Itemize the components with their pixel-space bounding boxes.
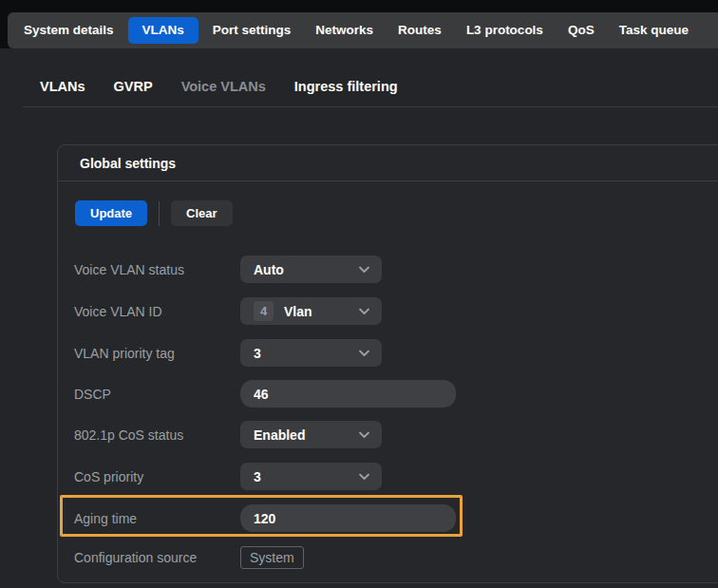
nav-item-networks[interactable]: Networks (303, 12, 386, 48)
cos-priority-select[interactable]: 3 (240, 463, 382, 490)
field-row-voice-vlan-id: Voice VLAN ID 4 Vlan (74, 297, 708, 325)
field-row-aging-time: Aging time (74, 504, 708, 532)
chevron-down-icon (359, 266, 369, 273)
field-label: Voice VLAN ID (74, 304, 240, 319)
clear-button[interactable]: Clear (171, 200, 233, 226)
cos-status-select[interactable]: Enabled (240, 421, 382, 448)
chevron-down-icon (359, 350, 369, 356)
field-label: VLAN priority tag (74, 346, 240, 361)
subtab-vlans[interactable]: VLANs (40, 79, 85, 94)
field-label: DSCP (74, 387, 240, 402)
vlan-id-badge: 4 (254, 301, 274, 321)
chevron-down-icon (359, 473, 369, 480)
select-value: 3 (254, 346, 261, 361)
field-row-cos-status: 802.1p CoS status Enabled (74, 421, 708, 448)
configuration-source-badge: System (240, 546, 304, 569)
nav-item-task-queue[interactable]: Task queue (607, 12, 701, 48)
voice-vlan-status-select[interactable]: Auto (240, 256, 382, 283)
chevron-down-icon (359, 431, 369, 438)
field-label: CoS priority (74, 469, 240, 484)
primary-nav: System details VLANs Port settings Netwo… (8, 12, 718, 48)
select-value: 3 (254, 469, 261, 484)
dscp-input[interactable] (240, 380, 456, 408)
field-row-dscp: DSCP (74, 380, 708, 408)
field-label: Voice VLAN status (74, 262, 240, 277)
select-value: Auto (254, 262, 284, 277)
nav-item-l3-protocols[interactable]: L3 protocols (454, 12, 556, 48)
nav-item-port-settings[interactable]: Port settings (200, 12, 304, 48)
subtab-ingress-filtering[interactable]: Ingress filtering (294, 79, 398, 94)
panel-header: Global settings (58, 145, 718, 181)
field-label: Aging time (74, 511, 240, 526)
field-row-vlan-priority-tag: VLAN priority tag 3 (74, 339, 708, 367)
voice-vlan-id-select[interactable]: 4 Vlan (240, 297, 382, 325)
button-divider (159, 201, 160, 226)
select-value: Enabled (254, 427, 305, 443)
action-button-row: Update Clear (75, 200, 233, 226)
global-settings-panel: Global settings Update Clear Voice VLAN … (57, 144, 718, 583)
tabs-divider (23, 106, 718, 107)
field-label: 802.1p CoS status (74, 427, 240, 443)
field-row-configuration-source: Configuration source System (74, 545, 708, 570)
aging-time-input[interactable] (240, 504, 456, 532)
vlan-priority-tag-select[interactable]: 3 (240, 339, 382, 367)
top-header: System details VLANs Port settings Netwo… (0, 0, 718, 48)
nav-item-qos[interactable]: QoS (556, 12, 607, 48)
select-value: Vlan (284, 304, 312, 319)
update-button[interactable]: Update (75, 200, 147, 226)
nav-item-routes[interactable]: Routes (386, 12, 454, 48)
field-row-cos-priority: CoS priority 3 (74, 463, 708, 490)
field-label: Configuration source (74, 550, 240, 565)
secondary-tabs: VLANs GVRP Voice VLANs Ingress filtering (40, 72, 718, 101)
panel-title: Global settings (80, 156, 176, 171)
nav-item-system-details[interactable]: System details (11, 12, 126, 48)
nav-item-vlans[interactable]: VLANs (128, 17, 198, 44)
chevron-down-icon (359, 308, 369, 314)
subtab-gvrp[interactable]: GVRP (114, 79, 153, 94)
subtab-voice-vlans[interactable]: Voice VLANs (181, 79, 266, 94)
field-row-voice-vlan-status: Voice VLAN status Auto (74, 256, 708, 283)
